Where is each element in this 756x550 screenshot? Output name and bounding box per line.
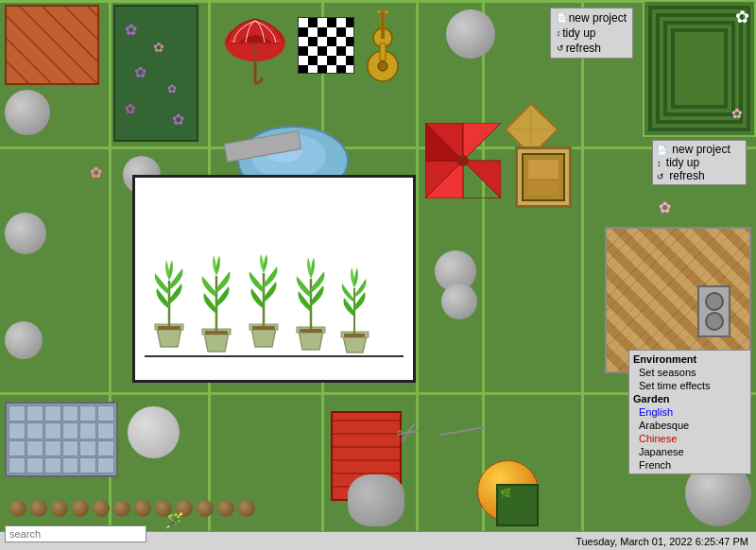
- bottom-icon-4: [72, 500, 89, 517]
- grid-line-v5: [416, 0, 419, 550]
- umbrella: [222, 9, 288, 85]
- set-time-effects-item[interactable]: Set time effects: [631, 379, 748, 392]
- svg-marker-37: [251, 328, 276, 347]
- svg-rect-39: [252, 326, 275, 330]
- lang-japanese-item[interactable]: Japanese: [631, 445, 748, 458]
- new-project-r-label: new project: [672, 143, 730, 156]
- new-project-label: new project: [569, 11, 627, 25]
- lang-arabesque-item[interactable]: Arabesque: [631, 419, 748, 432]
- lang-arabesque-label: Arabesque: [639, 420, 689, 431]
- lang-chinese-item[interactable]: Chinese: [631, 432, 748, 445]
- bush-bottom: 🌿: [496, 484, 539, 526]
- set-seasons-label: Set seasons: [639, 367, 696, 378]
- tidy-up-label: tidy up: [562, 26, 595, 40]
- svg-marker-45: [343, 335, 367, 352]
- tidy-up-r-icon: ↕: [657, 159, 662, 168]
- stone-top-left: [5, 90, 50, 135]
- lang-french-label: French: [639, 459, 671, 471]
- refresh-r-label: refresh: [669, 169, 704, 182]
- new-project-r-icon: 📄: [657, 146, 667, 155]
- new-project-r-item[interactable]: 📄 new project: [657, 143, 742, 156]
- new-project-icon: 📄: [557, 13, 567, 23]
- tile-grid: [5, 402, 118, 477]
- checker-tile: [298, 17, 354, 74]
- tidy-up-r-item[interactable]: ↕ tidy up: [657, 156, 742, 169]
- new-project-menu-item[interactable]: 📄 new project: [555, 10, 628, 26]
- svg-rect-47: [344, 334, 365, 337]
- svg-marker-33: [204, 333, 229, 352]
- svg-marker-41: [299, 331, 323, 350]
- lang-chinese-label: Chinese: [639, 433, 677, 444]
- maze-flower2: ✿: [731, 106, 743, 121]
- refresh-icon: ↺: [557, 43, 564, 53]
- outlet: [697, 285, 730, 337]
- refresh-r-icon: ↺: [657, 172, 664, 181]
- grid-line-h1: [0, 146, 756, 149]
- lang-french-item[interactable]: French: [631, 458, 748, 472]
- stone-bottom-left: [128, 406, 180, 458]
- lang-english-item[interactable]: English: [631, 405, 748, 419]
- svg-point-9: [378, 61, 387, 71]
- refresh-menu-item[interactable]: ↺ refresh: [555, 41, 628, 56]
- bottom-icon-1: [9, 500, 26, 517]
- stone-top-mid: [446, 9, 495, 59]
- datetime-label: Tuesday, March 01, 2022 6:25:47 PM: [576, 536, 748, 547]
- flower-bed: ✿ ✿ ✿ ✿ ✿ ✿: [113, 5, 198, 142]
- lang-english-label: English: [639, 406, 673, 418]
- bottom-icon-2: [30, 500, 47, 517]
- set-seasons-item[interactable]: Set seasons: [631, 366, 748, 379]
- maze-flower: ✿: [735, 7, 749, 27]
- tidy-up-icon: ↕: [557, 28, 561, 38]
- stone-mid2: [441, 284, 477, 319]
- plant-2: [197, 252, 236, 356]
- plant-3: [244, 252, 284, 356]
- flower-left-mid: ✿: [90, 163, 102, 181]
- svg-rect-35: [205, 331, 228, 335]
- plant-canvas: [132, 175, 416, 383]
- rock-bottom-mid: [348, 474, 404, 526]
- top-context-menu: 📄 new project ↕ tidy up ↺ refresh: [550, 8, 633, 59]
- svg-rect-43: [300, 329, 322, 333]
- wand-tool: 🪄: [165, 511, 184, 529]
- baseline: [145, 355, 404, 357]
- env-garden-panel: Environment Set seasons Set time effects…: [628, 350, 751, 474]
- plant-5: [338, 252, 371, 356]
- lang-japanese-label: Japanese: [639, 446, 684, 457]
- garden-header: Garden: [631, 392, 748, 405]
- plant-4: [291, 252, 331, 356]
- stone-left2: [5, 213, 46, 254]
- tidy-up-r-label: tidy up: [666, 156, 699, 169]
- search-input[interactable]: [5, 525, 146, 542]
- tidy-up-menu-item[interactable]: ↕ tidy up: [555, 26, 628, 41]
- top-left-tile: [5, 5, 99, 85]
- refresh-r-item[interactable]: ↺ refresh: [657, 169, 742, 182]
- plant-row: [149, 252, 399, 356]
- stone-left3: [5, 321, 43, 359]
- guitar: [359, 8, 406, 83]
- grid-line-v6: [482, 0, 485, 550]
- environment-header: Environment: [631, 352, 748, 366]
- bottom-icon-10: [197, 500, 214, 517]
- svg-rect-11: [385, 10, 388, 13]
- right-context-menu: 📄 new project ↕ tidy up ↺ refresh: [652, 140, 747, 185]
- svg-marker-29: [157, 328, 181, 347]
- svg-rect-31: [158, 326, 180, 330]
- bottom-icon-11: [217, 500, 234, 517]
- bottom-icon-6: [113, 500, 130, 517]
- svg-point-25: [457, 155, 469, 166]
- flower-mid-right: ✿: [659, 198, 671, 216]
- red-cross-tile: [425, 123, 501, 198]
- picture-frame: [515, 146, 572, 208]
- bottom-icon-7: [134, 500, 151, 517]
- bottom-icon-5: [93, 500, 110, 517]
- plant-1: [149, 252, 189, 356]
- bottom-icons-row: [9, 500, 255, 517]
- search-bar-container: [5, 525, 146, 542]
- outlet-bottom: [705, 312, 724, 331]
- set-time-effects-label: Set time effects: [639, 380, 711, 391]
- svg-rect-10: [377, 10, 381, 13]
- refresh-label: refresh: [566, 42, 601, 55]
- bottom-icon-3: [51, 500, 68, 517]
- maze-top-right: ✿ ✿: [643, 0, 756, 137]
- grid-line-v3: [581, 0, 584, 550]
